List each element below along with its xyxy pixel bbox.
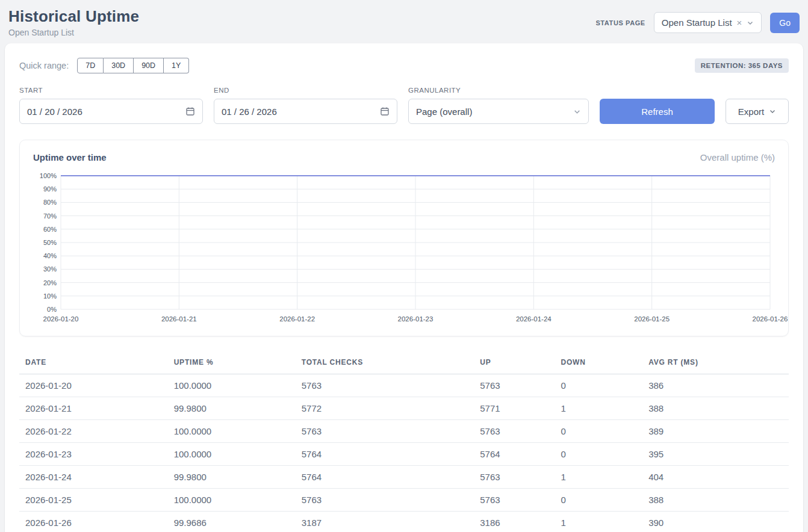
start-label: START — [19, 87, 203, 94]
table-cell: 100.0000 — [168, 420, 296, 443]
svg-text:40%: 40% — [43, 252, 57, 259]
quick-range-row: Quick range: 7D30D90D1Y RETENTION: 365 D… — [19, 58, 789, 73]
column-header: AVG RT (MS) — [642, 352, 789, 374]
status-page-value: Open Startup List — [662, 17, 732, 28]
filter-form-row: START 01 / 20 / 2026 END 01 / 26 / 2026 — [19, 87, 789, 124]
table-cell: 0 — [555, 489, 642, 512]
page-header: Historical Uptime Open Startup List STAT… — [0, 0, 808, 43]
uptime-chart: 0%10%20%30%40%50%60%70%80%90%100%2026-01… — [33, 171, 775, 329]
table-cell: 2026-01-26 — [19, 512, 168, 532]
table-body: 2026-01-20100.00005763576303862026-01-21… — [19, 374, 789, 532]
svg-text:2026-01-26: 2026-01-26 — [753, 315, 788, 323]
uptime-table: DATEUPTIME %TOTAL CHECKSUPDOWNAVG RT (MS… — [19, 352, 789, 532]
svg-text:2026-01-21: 2026-01-21 — [161, 315, 197, 323]
table-cell: 5771 — [474, 397, 555, 420]
table-cell: 1 — [555, 397, 642, 420]
svg-text:10%: 10% — [43, 292, 57, 300]
table-cell: 2026-01-23 — [19, 443, 168, 466]
table-head: DATEUPTIME %TOTAL CHECKSUPDOWNAVG RT (MS… — [19, 352, 789, 374]
end-date-field: END 01 / 26 / 2026 — [214, 87, 397, 124]
svg-text:90%: 90% — [43, 185, 57, 193]
column-header: DATE — [19, 352, 168, 374]
export-button[interactable]: Export — [726, 99, 789, 124]
refresh-button[interactable]: Refresh — [600, 99, 715, 124]
status-page-select[interactable]: Open Startup List × — [654, 12, 762, 33]
calendar-icon[interactable] — [380, 107, 390, 116]
svg-text:20%: 20% — [43, 279, 57, 286]
quick-range-7d-button[interactable]: 7D — [77, 58, 104, 73]
calendar-icon[interactable] — [185, 107, 195, 116]
table-cell: 404 — [642, 466, 789, 489]
granularity-select[interactable]: Page (overall) — [408, 99, 589, 124]
table-cell: 386 — [642, 374, 789, 397]
quick-range-90d-button[interactable]: 90D — [134, 58, 164, 73]
table-cell: 3187 — [296, 512, 474, 532]
start-date-field: START 01 / 20 / 2026 — [19, 87, 203, 124]
quick-range-30d-button[interactable]: 30D — [104, 58, 134, 73]
table-cell: 2026-01-25 — [19, 489, 168, 512]
clear-icon[interactable]: × — [737, 18, 742, 27]
table-cell: 5763 — [474, 374, 555, 397]
table-cell: 5764 — [474, 443, 555, 466]
table-row: 2026-01-2499.9800576457631404 — [19, 466, 789, 489]
go-button[interactable]: Go — [770, 13, 800, 33]
table-row: 2026-01-2199.9800577257711388 — [19, 397, 789, 420]
table-cell: 388 — [642, 397, 789, 420]
table-cell: 0 — [555, 374, 642, 397]
page: Historical Uptime Open Startup List STAT… — [0, 0, 808, 532]
svg-text:2026-01-22: 2026-01-22 — [279, 315, 315, 323]
table-cell: 389 — [642, 420, 789, 443]
table-cell: 100.0000 — [168, 489, 296, 512]
table-row: 2026-01-25100.0000576357630388 — [19, 489, 789, 512]
svg-text:2026-01-25: 2026-01-25 — [634, 315, 670, 323]
chart-title: Uptime over time — [33, 152, 107, 162]
svg-text:30%: 30% — [43, 265, 57, 273]
granularity-label: GRANULARITY — [408, 87, 589, 94]
granularity-field: GRANULARITY Page (overall) — [408, 87, 589, 124]
main-card: Quick range: 7D30D90D1Y RETENTION: 365 D… — [5, 43, 803, 532]
table-cell: 388 — [642, 489, 789, 512]
table-cell: 5763 — [296, 489, 474, 512]
table-row: 2026-01-23100.0000576457640395 — [19, 443, 789, 466]
end-date-input[interactable]: 01 / 26 / 2026 — [214, 99, 397, 124]
svg-text:50%: 50% — [43, 239, 57, 246]
chevron-down-icon — [747, 19, 754, 26]
end-date-value: 01 / 26 / 2026 — [222, 107, 277, 117]
column-header: DOWN — [555, 352, 642, 374]
uptime-chart-svg: 0%10%20%30%40%50%60%70%80%90%100%2026-01… — [33, 171, 775, 329]
table-cell: 5764 — [296, 466, 474, 489]
export-button-label: Export — [738, 107, 764, 117]
quick-range-group: 7D30D90D1Y — [77, 58, 189, 73]
table-cell: 99.9686 — [168, 512, 296, 532]
status-page-label: STATUS PAGE — [595, 19, 645, 26]
retention-badge: RETENTION: 365 DAYS — [695, 58, 789, 73]
table-cell: 3186 — [474, 512, 555, 532]
quick-range-1y-button[interactable]: 1Y — [164, 58, 189, 73]
table-cell: 2026-01-22 — [19, 420, 168, 443]
chart-header: Uptime over time Overall uptime (%) — [33, 152, 775, 162]
chart-card: Uptime over time Overall uptime (%) 0%10… — [19, 140, 789, 336]
start-date-input[interactable]: 01 / 20 / 2026 — [19, 99, 203, 124]
svg-text:0%: 0% — [47, 306, 57, 313]
svg-text:2026-01-24: 2026-01-24 — [516, 315, 552, 323]
table-cell: 395 — [642, 443, 789, 466]
column-header: UPTIME % — [168, 352, 296, 374]
svg-text:100%: 100% — [40, 172, 57, 179]
table-cell: 390 — [642, 512, 789, 532]
table-cell: 0 — [555, 443, 642, 466]
column-header: TOTAL CHECKS — [296, 352, 474, 374]
svg-text:2026-01-20: 2026-01-20 — [43, 315, 79, 323]
title-block: Historical Uptime Open Startup List — [8, 7, 139, 37]
chart-legend: Overall uptime (%) — [700, 152, 775, 162]
column-header: UP — [474, 352, 555, 374]
table-cell: 5763 — [296, 420, 474, 443]
table-cell: 5763 — [474, 420, 555, 443]
page-subtitle: Open Startup List — [8, 28, 139, 37]
quick-range-label: Quick range: — [19, 61, 69, 70]
table-row: 2026-01-2699.9686318731861390 — [19, 512, 789, 532]
svg-text:70%: 70% — [43, 212, 57, 220]
svg-text:2026-01-23: 2026-01-23 — [398, 315, 434, 323]
table-cell: 2026-01-20 — [19, 374, 168, 397]
table-cell: 2026-01-24 — [19, 466, 168, 489]
table-row: 2026-01-20100.0000576357630386 — [19, 374, 789, 397]
